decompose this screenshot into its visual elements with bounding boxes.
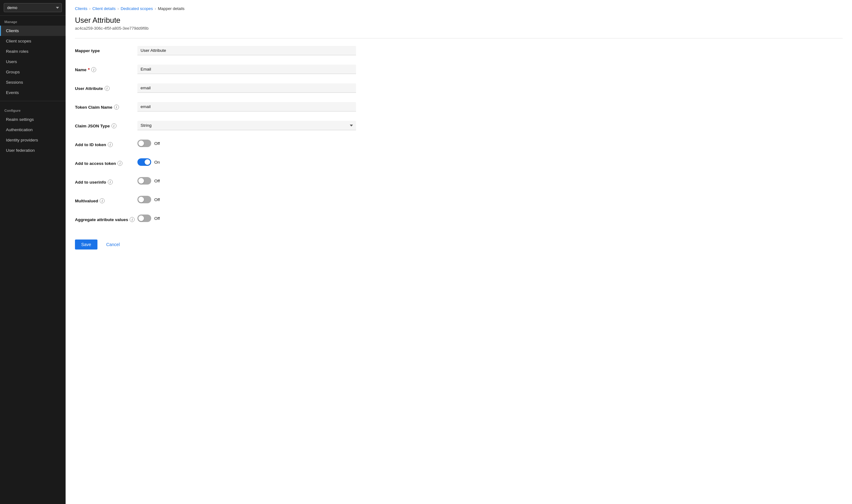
breadcrumb-mapper-details: Mapper details [158, 6, 185, 11]
aggregate-control: Off [138, 215, 356, 222]
claim-json-type-control: String long int boolean JSON [138, 121, 356, 130]
multivalued-help-icon[interactable]: i [99, 198, 105, 203]
realm-dropdown[interactable]: demo [4, 3, 62, 12]
multivalued-control: Off [138, 196, 356, 203]
multivalued-thumb [138, 197, 144, 202]
add-to-access-token-track [138, 158, 151, 166]
sidebar: demo Manage Clients Client scopes Realm … [0, 0, 66, 504]
add-to-access-token-toggle[interactable] [138, 158, 151, 166]
sidebar-item-realm-settings[interactable]: Realm settings [0, 114, 66, 125]
add-to-id-token-track [138, 140, 151, 147]
add-to-userinfo-label: Add to userinfo i [75, 177, 138, 184]
aggregate-toggle[interactable] [138, 215, 151, 222]
sidebar-item-groups[interactable]: Groups [0, 67, 66, 77]
breadcrumb-dedicated-scopes[interactable]: Dedicated scopes [121, 6, 153, 11]
sidebar-item-identity-providers[interactable]: Identity providers [0, 135, 66, 145]
claim-json-type-label: Claim JSON Type i [75, 121, 138, 128]
multivalued-label: Multivalued i [75, 196, 138, 203]
add-to-access-token-help-icon[interactable]: i [117, 161, 123, 166]
add-to-id-token-toggle[interactable] [138, 140, 151, 147]
claim-json-type-row: Claim JSON Type i String long int boolea… [75, 121, 356, 133]
page-title: User Attribute [75, 16, 842, 25]
aggregate-state-label: Off [154, 216, 160, 221]
breadcrumb-client-details[interactable]: Client details [92, 6, 115, 11]
sidebar-item-authentication[interactable]: Authentication [0, 125, 66, 135]
breadcrumb-sep-3: › [155, 6, 156, 11]
name-help-icon[interactable]: i [91, 67, 96, 72]
cancel-button[interactable]: Cancel [101, 239, 125, 250]
main-content: Clients › Client details › Dedicated sco… [66, 0, 852, 504]
add-to-access-token-toggle-row: On [138, 158, 356, 166]
multivalued-state-label: Off [154, 197, 160, 202]
name-row: Name * i [75, 65, 356, 77]
aggregate-thumb [138, 215, 144, 221]
sidebar-item-client-scopes[interactable]: Client scopes [0, 36, 66, 46]
configure-section-label: Configure [0, 104, 66, 114]
sidebar-item-user-federation[interactable]: User federation [0, 145, 66, 156]
breadcrumb-sep-2: › [117, 6, 119, 11]
section-divider [75, 38, 842, 38]
add-to-userinfo-state-label: Off [154, 179, 160, 183]
name-control [138, 65, 356, 74]
mapper-type-label: Mapper type [75, 46, 138, 53]
sidebar-item-sessions[interactable]: Sessions [0, 77, 66, 87]
mapper-type-row: Mapper type [75, 46, 356, 58]
user-attribute-input[interactable] [138, 83, 356, 93]
token-claim-name-help-icon[interactable]: i [114, 105, 119, 110]
add-to-access-token-state-label: On [154, 160, 160, 165]
user-attribute-label: User Attribute i [75, 83, 138, 91]
aggregate-toggle-row: Off [138, 215, 356, 222]
add-to-userinfo-thumb [138, 178, 144, 184]
sidebar-item-clients[interactable]: Clients [0, 25, 66, 36]
token-claim-name-row: Token Claim Name i [75, 102, 356, 114]
breadcrumb-sep-1: › [89, 6, 91, 11]
aggregate-label: Aggregate attribute values i [75, 215, 138, 222]
required-indicator: * [88, 67, 90, 72]
add-to-access-token-row: Add to access token i On [75, 158, 356, 171]
multivalued-toggle-row: Off [138, 196, 356, 203]
add-to-id-token-control: Off [138, 140, 356, 147]
add-to-id-token-thumb [138, 141, 144, 146]
save-button[interactable]: Save [75, 239, 97, 250]
breadcrumb-clients[interactable]: Clients [75, 6, 88, 11]
add-to-access-token-thumb [145, 159, 150, 165]
form-container: Mapper type Name * i User Attribute i [75, 46, 356, 250]
page-subtitle: ac4ca259-306c-4f5f-a805-3ee779dd9f8b [75, 26, 842, 31]
mapper-type-input [138, 46, 356, 55]
user-attribute-help-icon[interactable]: i [105, 86, 110, 91]
name-input[interactable] [138, 65, 356, 74]
mapper-type-control [138, 46, 356, 55]
add-to-userinfo-toggle-row: Off [138, 177, 356, 184]
multivalued-toggle[interactable] [138, 196, 151, 203]
add-to-userinfo-track [138, 177, 151, 184]
aggregate-row: Aggregate attribute values i Off [75, 215, 356, 227]
add-to-id-token-toggle-row: Off [138, 140, 356, 147]
add-to-userinfo-help-icon[interactable]: i [108, 180, 113, 184]
add-to-access-token-control: On [138, 158, 356, 166]
aggregate-help-icon[interactable]: i [130, 217, 134, 222]
add-to-userinfo-toggle[interactable] [138, 177, 151, 184]
add-to-id-token-state-label: Off [154, 141, 160, 146]
add-to-userinfo-control: Off [138, 177, 356, 184]
add-to-id-token-label: Add to ID token i [75, 140, 138, 147]
token-claim-name-label: Token Claim Name i [75, 102, 138, 110]
claim-json-type-help-icon[interactable]: i [111, 123, 116, 128]
user-attribute-control [138, 83, 356, 93]
name-label: Name * i [75, 65, 138, 72]
add-to-id-token-row: Add to ID token i Off [75, 140, 356, 152]
add-to-userinfo-row: Add to userinfo i Off [75, 177, 356, 190]
manage-section-label: Manage [0, 16, 66, 25]
aggregate-track [138, 215, 151, 222]
add-to-id-token-help-icon[interactable]: i [108, 142, 113, 147]
sidebar-item-events[interactable]: Events [0, 87, 66, 98]
token-claim-name-control [138, 102, 356, 111]
multivalued-row: Multivalued i Off [75, 196, 356, 208]
realm-selector[interactable]: demo [0, 0, 66, 16]
user-attribute-row: User Attribute i [75, 83, 356, 96]
sidebar-item-realm-roles[interactable]: Realm roles [0, 46, 66, 56]
multivalued-track [138, 196, 151, 203]
token-claim-name-input[interactable] [138, 102, 356, 111]
breadcrumb: Clients › Client details › Dedicated sco… [75, 6, 842, 11]
claim-json-type-select[interactable]: String long int boolean JSON [138, 121, 356, 130]
sidebar-item-users[interactable]: Users [0, 56, 66, 67]
